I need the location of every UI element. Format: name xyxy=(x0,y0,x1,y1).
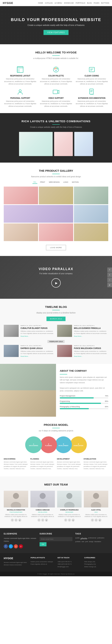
subscribe-email-input[interactable] xyxy=(40,537,73,541)
social-instagram[interactable]: i xyxy=(107,278,112,282)
category-webdesign[interactable]: Web design (25) xyxy=(84,560,108,563)
gallery-subtitle: Awesome product artworks to exhibit idea… xyxy=(4,176,108,178)
timeline-title: TIMELINE BLOG xyxy=(4,305,108,308)
hero-cta-button[interactable]: VIEW FEATURES xyxy=(43,30,69,35)
category-motion[interactable]: Motion Design (5) xyxy=(84,566,108,568)
timeline-post-content-3: MARCH 25, 2014 | NOTES ♥ 5 DAPIBUS QUAM … xyxy=(21,345,55,357)
member-fb-1[interactable]: f xyxy=(11,518,14,522)
feature-item-clean: CLEAR CODING Maecenas porta purus vel co… xyxy=(75,66,108,86)
filter-logo[interactable]: LOGO xyxy=(62,180,69,184)
tag-illustration[interactable]: illustration xyxy=(94,541,101,542)
gallery-item-3[interactable] xyxy=(74,186,108,204)
gallery-item-1[interactable] xyxy=(4,186,38,204)
feature-title-support: PERSONAL SUPPORT xyxy=(4,97,37,99)
skill-name-pm: Project Management xyxy=(60,395,75,397)
tag-portfolio[interactable]: portfolio xyxy=(75,541,80,542)
gallery-item-8[interactable] xyxy=(74,224,108,241)
filter-motion[interactable]: MOTION xyxy=(71,180,80,184)
elsewhere-google[interactable]: g xyxy=(14,544,18,548)
social-pinterest[interactable]: p xyxy=(107,282,112,287)
tag-quality[interactable]: quality xyxy=(75,537,80,540)
post-readmore-3[interactable]: Read More... xyxy=(21,356,29,357)
member-name-4: ALEX VITOL xyxy=(84,509,108,511)
nav-blog[interactable]: BLOG xyxy=(87,2,92,4)
gallery-item-7[interactable] xyxy=(39,224,73,241)
contact-phone-2: +880 (0)78 496 50 71 xyxy=(58,563,82,566)
post-title-2[interactable]: MOLLIS EUISMOD FRINGILLA xyxy=(74,327,108,330)
subscribe-button[interactable]: OK xyxy=(40,542,46,546)
tag-photo[interactable]: photo xyxy=(80,537,87,540)
process-desc-1: DISCOVERING Aenean commodo ligula eget d… xyxy=(4,458,29,470)
skill-fill-prog xyxy=(60,403,101,404)
gallery-item-5[interactable] xyxy=(74,205,108,223)
member-social-1: f t g xyxy=(4,518,28,522)
site-logo[interactable]: HYGGE xyxy=(3,2,13,4)
member-tw-3[interactable]: t xyxy=(68,518,71,522)
nav-buttons[interactable]: BUTTONS xyxy=(101,2,109,4)
tag-professional[interactable]: professional xyxy=(88,537,96,540)
process-steps: 1 DISCOVERING 2 PLANNING 3 DEVELOPMENT 4… xyxy=(4,436,108,453)
category-photography[interactable]: Photography (12) xyxy=(84,563,108,566)
rich-layouts-section: RICH LAYOUTS & UNLIMITED COMBINATIONS Cr… xyxy=(0,113,112,162)
contact-title: GET IN TOUCH xyxy=(58,557,82,558)
timeline-march-button[interactable]: MARCH 2014 xyxy=(46,316,66,321)
tag-print[interactable]: print xyxy=(85,541,88,542)
svg-point-24 xyxy=(64,502,75,508)
nav-catalog[interactable]: CATALOG xyxy=(45,2,53,4)
gallery-item-6[interactable] xyxy=(4,224,38,241)
post-title-4[interactable]: FUSCE MALESUADA CURSUS xyxy=(74,347,108,350)
filter-print[interactable]: PRINT xyxy=(39,180,46,184)
hello-title: HELLO! WELCOME TO HYGGE xyxy=(4,51,108,54)
popular-post-2[interactable]: Fusce dignitas ultrices at xyxy=(31,563,55,566)
tag-design[interactable]: design xyxy=(89,541,93,542)
member-gp-3[interactable]: g xyxy=(72,518,75,522)
elsewhere-pinterest[interactable]: p xyxy=(19,544,23,548)
video-play-button[interactable] xyxy=(51,278,61,288)
nav-portfolio[interactable]: PORTFOLIO xyxy=(76,2,85,4)
gallery-item-2[interactable] xyxy=(39,186,73,204)
gallery-item-4[interactable] xyxy=(4,205,73,223)
member-name-1: NICHOLAS KINGSTON xyxy=(4,509,28,511)
filter-all[interactable]: ALL xyxy=(32,180,37,184)
member-tw-4[interactable]: t xyxy=(95,518,98,522)
nav-showcase[interactable]: SHOWCASE xyxy=(64,2,74,4)
elsewhere-facebook[interactable]: f xyxy=(4,544,8,548)
member-tw-1[interactable]: t xyxy=(15,518,18,522)
social-facebook[interactable]: f xyxy=(107,268,112,272)
process-desc-text-1: Aenean commodo ligula eget dolor. Aenean… xyxy=(4,461,29,470)
popular-post-1[interactable]: Nullam porta consectetur natoque xyxy=(31,560,55,563)
filter-webdesign[interactable]: WEB DESIGN xyxy=(48,180,61,184)
member-gp-2[interactable]: g xyxy=(45,518,48,522)
docs-icon xyxy=(88,88,96,96)
timeline-subtitle: display your journal entries in a timeli… xyxy=(4,312,108,314)
process-desc-2: PLANNING Aenean commodo ligula eget dolo… xyxy=(30,458,55,470)
member-gp-4[interactable]: g xyxy=(98,518,101,522)
post-readmore-4[interactable]: Read More... xyxy=(74,356,83,357)
load-more-button[interactable]: LOAD MORE xyxy=(46,245,66,250)
member-fb-2[interactable]: f xyxy=(37,518,40,522)
post-title-3[interactable]: DAPIBUS QUAM LIGULA xyxy=(21,347,55,350)
feature-desc-layout: Maecenas porta purus vel consectetur acc… xyxy=(4,78,37,86)
nav-pages[interactable]: PAGES xyxy=(94,2,99,4)
hello-section: HELLO! WELCOME TO HYGGE a multipurpose H… xyxy=(0,44,112,63)
contact-phone-1: +880 (0)78 496 50 71 xyxy=(58,560,82,563)
contact-email[interactable]: info@hygge.com xyxy=(58,566,82,568)
member-gp-1[interactable]: g xyxy=(18,518,21,522)
footer-top: ELSEWHERE Aenean commodo ligula eget dol… xyxy=(0,528,112,553)
tag-web[interactable]: web xyxy=(82,541,84,542)
member-fb-3[interactable]: f xyxy=(64,518,67,522)
tags-title: TAGS xyxy=(75,533,108,535)
member-tw-2[interactable]: t xyxy=(41,518,44,522)
footer-subscribe: SUBSCRIBE OK xyxy=(40,533,73,548)
svg-point-25 xyxy=(93,493,99,499)
post-readmore-1[interactable]: Read More... xyxy=(21,336,29,337)
svg-point-22 xyxy=(37,502,48,508)
elsewhere-twitter[interactable]: t xyxy=(9,544,13,548)
tag-publication[interactable]: publication xyxy=(97,537,104,540)
nav-home[interactable]: HOME xyxy=(38,2,43,4)
member-fb-4[interactable]: f xyxy=(91,518,94,522)
post-title-1[interactable]: CUBALITUR BLANDIT FERUIS xyxy=(21,327,55,330)
social-twitter[interactable]: t xyxy=(107,272,112,277)
post-readmore-2[interactable]: Read More... xyxy=(74,336,83,337)
nav-lemenu[interactable]: LE MENU xyxy=(54,2,62,4)
